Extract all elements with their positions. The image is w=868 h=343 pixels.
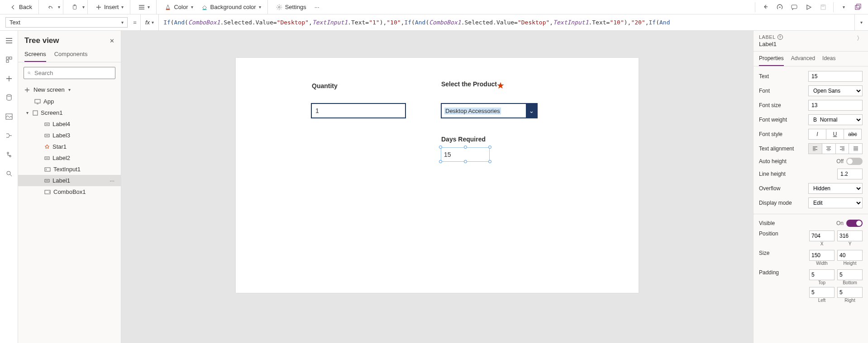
- control-kind: LABEL: [759, 34, 776, 40]
- tab-properties[interactable]: Properties: [759, 52, 784, 66]
- expand-formula-icon[interactable]: ▾: [854, 14, 868, 30]
- settings-button[interactable]: Settings: [272, 2, 310, 12]
- property-selector-value: Text: [10, 19, 20, 26]
- strike-toggle[interactable]: abc: [844, 129, 862, 140]
- tree-node-app[interactable]: App: [18, 96, 121, 107]
- tree-node-label2[interactable]: Label2: [18, 152, 121, 164]
- tree-search-input[interactable]: [33, 69, 111, 77]
- new-screen-button[interactable]: New screen ▾: [18, 84, 121, 96]
- tree-node-label3[interactable]: Label3: [18, 130, 121, 141]
- font-prop-select[interactable]: Open Sans: [808, 85, 863, 96]
- publish-icon[interactable]: [852, 1, 864, 14]
- displaymode-prop-select[interactable]: Edit: [808, 197, 863, 208]
- position-prop-label: Position: [759, 230, 778, 237]
- search-rail-icon[interactable]: [4, 168, 14, 179]
- tree-view-icon[interactable]: [4, 54, 14, 65]
- variables-icon[interactable]: [4, 149, 14, 160]
- chevron-down-icon[interactable]: ⌄: [526, 104, 537, 117]
- tab-screens[interactable]: Screens: [24, 47, 46, 62]
- position-x-input[interactable]: [809, 230, 835, 241]
- color-button[interactable]: Color ▾: [161, 2, 196, 12]
- padding-left-input[interactable]: [809, 287, 835, 298]
- align-left-button[interactable]: [808, 143, 822, 154]
- help-icon[interactable]: ?: [777, 34, 783, 40]
- tab-ideas[interactable]: Ideas: [822, 52, 835, 66]
- insert-label: Insert: [104, 4, 119, 10]
- control-name: Label1: [759, 41, 863, 47]
- align-right-button[interactable]: [835, 143, 849, 154]
- paste-split-chevron[interactable]: ▾: [82, 5, 85, 9]
- property-selector[interactable]: Text ▾: [5, 17, 128, 28]
- overflow-prop-select[interactable]: Hidden: [808, 183, 863, 194]
- fontweight-prop-select[interactable]: B Normal: [808, 114, 863, 125]
- visible-toggle[interactable]: [846, 220, 863, 227]
- size-prop-label: Size: [759, 250, 769, 256]
- tree-node-label1[interactable]: Label1 ···: [18, 175, 121, 186]
- tree-search[interactable]: [24, 67, 115, 79]
- text-prop-input[interactable]: [808, 71, 863, 82]
- tree-node-combobox1[interactable]: ComboBox1: [18, 186, 121, 197]
- layout-button[interactable]: ▾: [135, 3, 153, 12]
- canvas-screen[interactable]: Quantity 1 Select the Product ★ Desktop …: [236, 58, 639, 293]
- tree-node-more-icon[interactable]: ···: [110, 177, 114, 184]
- underline-toggle[interactable]: U: [826, 129, 844, 140]
- selection-handle-se[interactable]: [488, 160, 491, 163]
- overflow-button[interactable]: ···: [311, 2, 323, 12]
- selection-handle-n[interactable]: [464, 146, 467, 149]
- align-center-button[interactable]: [822, 143, 836, 154]
- padding-bottom-input[interactable]: [837, 269, 863, 280]
- back-button[interactable]: Back: [6, 2, 36, 12]
- tab-components[interactable]: Components: [54, 47, 88, 62]
- canvas-viewport[interactable]: Quantity 1 Select the Product ★ Desktop …: [121, 31, 753, 343]
- publish-chevron-icon[interactable]: ▾: [837, 1, 850, 14]
- position-y-input[interactable]: [837, 230, 863, 241]
- comments-icon[interactable]: [788, 1, 801, 14]
- insert-button[interactable]: Insert ▾: [92, 2, 128, 12]
- selection-handle-ne[interactable]: [488, 146, 491, 149]
- product-combobox[interactable]: Desktop Accessories ⌄: [441, 103, 538, 118]
- svg-rect-11: [10, 57, 12, 59]
- preview-icon[interactable]: [802, 1, 815, 14]
- selection-handle-s[interactable]: [464, 160, 467, 163]
- insert-rail-icon[interactable]: [4, 73, 14, 84]
- size-h-input[interactable]: [837, 250, 863, 261]
- selection-handle-sw[interactable]: [439, 160, 442, 163]
- fontsize-prop-input[interactable]: [808, 100, 863, 111]
- fx-label[interactable]: fx ▾: [140, 14, 159, 30]
- size-w-input[interactable]: [809, 250, 835, 261]
- svg-rect-5: [792, 5, 797, 9]
- tree-node-label4[interactable]: Label4: [18, 118, 121, 130]
- checker-icon[interactable]: [773, 1, 786, 14]
- data-icon[interactable]: [4, 92, 14, 103]
- quantity-input[interactable]: 1: [311, 103, 406, 118]
- tree-node-star1[interactable]: Star1: [18, 141, 121, 152]
- media-icon[interactable]: [4, 111, 14, 122]
- undo-split-chevron[interactable]: ▾: [58, 5, 60, 9]
- padding-top-input[interactable]: [809, 269, 835, 280]
- hamburger-icon[interactable]: [4, 35, 14, 46]
- undo-button[interactable]: [43, 2, 57, 12]
- tree-node-textinput1[interactable]: TextInput1: [18, 164, 121, 175]
- tree-node-screen1[interactable]: ▾ Screen1: [18, 107, 121, 118]
- close-tree-icon[interactable]: ✕: [110, 38, 114, 44]
- align-justify-button[interactable]: [849, 143, 863, 154]
- tab-advanced[interactable]: Advanced: [791, 52, 815, 66]
- svg-rect-8: [855, 5, 859, 9]
- padding-right-input[interactable]: [837, 287, 863, 298]
- collapse-panel-icon[interactable]: 〉: [857, 34, 863, 42]
- top-toolbar: Back ▾ ▾ Insert ▾ ▾ Color ▾: [0, 0, 868, 14]
- formula-text[interactable]: If(And(ComboBox1.Selected.Value="Desktop…: [159, 14, 854, 30]
- search-icon: [28, 70, 31, 76]
- save-icon[interactable]: [817, 1, 830, 14]
- paste-button[interactable]: [68, 2, 81, 12]
- formula-bar: Text ▾ = fx ▾ If(And(ComboBox1.Selected.…: [0, 14, 868, 31]
- selection-handle-nw[interactable]: [439, 146, 442, 149]
- italic-toggle[interactable]: I: [808, 129, 826, 140]
- font-prop-label: Font: [759, 88, 770, 94]
- share-icon[interactable]: [759, 1, 772, 14]
- svg-rect-9: [857, 4, 861, 8]
- lineheight-prop-input[interactable]: [837, 169, 863, 179]
- bgcolor-button[interactable]: Background color ▾: [198, 2, 265, 12]
- autoheight-toggle[interactable]: [846, 158, 863, 165]
- flows-icon[interactable]: [4, 130, 14, 141]
